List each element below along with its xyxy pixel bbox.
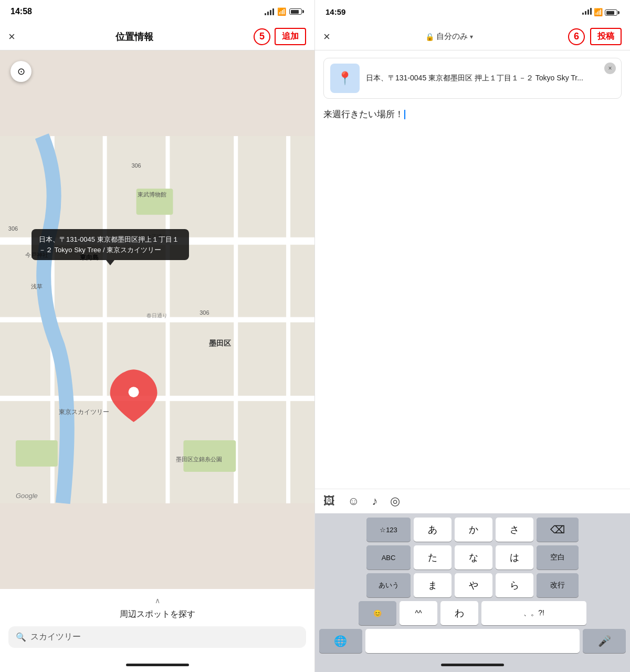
left-nav-title: 位置情報 [116, 30, 153, 43]
key-spacebar[interactable] [365, 629, 580, 653]
privacy-selector[interactable]: 🔒 自分のみ ▾ [425, 32, 473, 42]
map-container: 大正通り 春日通り 東武博物館 東向島 墨田区 東京スカイツリー 墨田区立錦糸公… [0, 50, 314, 589]
key-ka[interactable]: か [455, 518, 492, 542]
key-func1[interactable]: ☆123 [366, 518, 411, 542]
signal-icon [265, 8, 274, 15]
step-5-circle: 5 [254, 28, 270, 45]
location-pin-icon: 📍 [337, 71, 353, 86]
lock-icon: 🔒 [425, 33, 434, 41]
key-aiueo[interactable]: あいう [366, 573, 411, 597]
location-info: 日本、〒131-0045 東京都墨田区 押上１丁目１－２ Tokyo Sky T… [366, 73, 615, 84]
media-toolbar: 🖼 ☺ ♪ ◎ [315, 489, 630, 513]
right-home-bar [441, 664, 504, 666]
svg-text:東京スカイツリー: 東京スカイツリー [59, 408, 109, 416]
key-globe[interactable]: 🌐 [319, 629, 362, 653]
svg-text:306: 306 [8, 225, 18, 232]
key-ma[interactable]: ま [414, 573, 452, 597]
search-input-text[interactable]: スカイツリー [30, 632, 81, 643]
location-title: 日本、〒131-0045 東京都墨田区 押上１丁目１－２ Tokyo Sky T… [366, 74, 583, 82]
right-time: 14:59 [326, 7, 345, 16]
key-ta[interactable]: た [414, 545, 452, 570]
svg-text:東武博物館: 東武博物館 [138, 191, 166, 198]
keyboard-row-1: ☆123 あ か さ ⌫ [317, 518, 628, 542]
music-icon[interactable]: ♪ [372, 494, 377, 508]
content-spacer [315, 138, 630, 489]
nearby-spots-label: 周辺スポットを探す [8, 609, 306, 620]
svg-text:墨田区立錦糸公園: 墨田区立錦糸公園 [176, 456, 222, 462]
svg-text:浅草: 浅草 [31, 283, 43, 290]
map-bottom: ∧ 周辺スポットを探す 🔍 スカイツリー [0, 589, 314, 657]
keyboard-bottom-row: 🌐 🎤 [317, 629, 628, 653]
key-punctuation[interactable]: 、。?! [481, 601, 586, 625]
key-mic[interactable]: 🎤 [583, 629, 626, 653]
post-button[interactable]: 投稿 [590, 28, 622, 45]
svg-text:306: 306 [131, 162, 141, 169]
location-icon[interactable]: ◎ [390, 494, 400, 508]
image-icon[interactable]: 🖼 [323, 494, 335, 508]
key-ha[interactable]: は [496, 545, 533, 570]
text-cursor [404, 110, 405, 119]
right-status-icons: 📶 [582, 7, 620, 16]
left-status-icons: 📶 [265, 7, 304, 16]
emoji-icon[interactable]: ☺ [348, 494, 359, 508]
key-na[interactable]: な [455, 545, 492, 570]
map-tooltip: 日本、〒131-0045 東京都墨田区押上１丁目１－２ Tokyo Sky Tr… [32, 229, 189, 260]
left-status-bar: 14:58 📶 [0, 0, 314, 23]
svg-text:墨田区: 墨田区 [209, 339, 231, 347]
svg-text:306: 306 [200, 309, 209, 316]
key-wa[interactable]: わ [440, 601, 478, 625]
right-battery-icon [605, 9, 620, 16]
right-signal-icon [582, 7, 592, 15]
location-card: 📍 日本、〒131-0045 東京都墨田区 押上１丁目１－２ Tokyo Sky… [323, 58, 622, 99]
left-time: 14:58 [10, 7, 32, 16]
key-return[interactable]: 改行 [537, 573, 579, 597]
key-ra[interactable]: ら [496, 573, 533, 597]
expand-arrow-icon[interactable]: ∧ [8, 596, 306, 605]
key-a[interactable]: あ [414, 518, 452, 542]
svg-rect-11 [16, 440, 58, 467]
left-panel: 14:58 📶 × 位置情報 5 追加 [0, 0, 315, 672]
map-area[interactable]: 大正通り 春日通り 東武博物館 東向島 墨田区 東京スカイツリー 墨田区立錦糸公… [0, 50, 314, 589]
keyboard-row-2: ABC た な は 空白 [317, 545, 628, 570]
right-status-bar: 14:59 📶 [315, 0, 630, 23]
key-sa[interactable]: さ [496, 518, 533, 542]
location-close-button[interactable]: × [604, 63, 616, 74]
left-step-badge: 5 追加 [254, 28, 306, 45]
search-icon: 🔍 [16, 632, 26, 642]
current-location-button[interactable]: ⊙ [10, 61, 32, 82]
location-thumbnail: 📍 [330, 64, 360, 93]
left-nav-bar: × 位置情報 5 追加 [0, 23, 314, 50]
key-space[interactable]: 空白 [537, 545, 579, 570]
dropdown-arrow-icon: ▾ [470, 33, 473, 40]
keyboard-row-4: 😊 ^^ わ 、。?! [317, 601, 628, 625]
right-nav-bar: × 🔒 自分のみ ▾ 6 投稿 [315, 23, 630, 50]
backspace-key[interactable]: ⌫ [537, 518, 579, 542]
add-button[interactable]: 追加 [275, 28, 306, 45]
wifi-icon: 📶 [277, 7, 286, 16]
keyboard-area: ☆123 あ か さ ⌫ ABC た な は 空白 あいう ま や ら 改行 😊… [315, 513, 630, 657]
key-emoji[interactable]: 😊 [359, 601, 396, 625]
battery-icon [289, 8, 304, 15]
left-close-button[interactable]: × [8, 30, 15, 44]
left-home-bar [126, 664, 189, 666]
svg-text:Google: Google [16, 492, 38, 500]
post-text-area[interactable]: 来週行きたい場所！ [315, 106, 630, 138]
key-caps[interactable]: ^^ [400, 601, 437, 625]
key-abc[interactable]: ABC [366, 545, 411, 570]
left-home-indicator [0, 657, 314, 672]
right-nav-actions: 6 投稿 [568, 28, 622, 45]
svg-point-25 [129, 387, 139, 397]
right-close-button[interactable]: × [323, 30, 330, 44]
post-text: 来週行きたい場所！ [323, 109, 404, 119]
key-ya[interactable]: や [455, 573, 492, 597]
keyboard-row-3: あいう ま や ら 改行 [317, 573, 628, 597]
right-home-indicator [315, 657, 630, 672]
search-bar[interactable]: 🔍 スカイツリー [8, 626, 306, 648]
privacy-label: 自分のみ [436, 32, 468, 42]
step-6-circle: 6 [568, 28, 585, 45]
right-panel: 14:59 📶 × 🔒 自分のみ ▾ 6 投稿 📍 [315, 0, 630, 672]
svg-text:春日通り: 春日通り [147, 313, 168, 318]
right-wifi-icon: 📶 [594, 8, 603, 16]
